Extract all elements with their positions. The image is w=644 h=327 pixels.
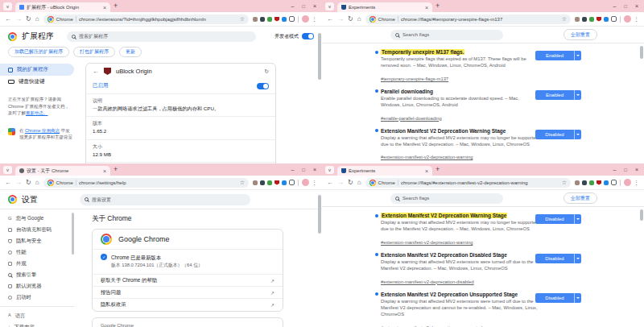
new-tab-button[interactable] [114,2,118,10]
sidebar-item-on-startup[interactable]: 启动时 [0,292,74,303]
pack-extension-button[interactable]: 打包扩展程序 [73,47,115,57]
bookmark-star-icon[interactable] [240,16,245,22]
close-icon[interactable] [635,3,638,9]
close-icon[interactable] [635,167,638,172]
profile-avatar[interactable] [302,15,309,23]
minimize-icon[interactable] [613,3,616,9]
reload-extension-icon[interactable] [264,68,269,75]
maximize-icon[interactable] [302,3,305,9]
reload-icon[interactable] [348,180,353,186]
ublock-shield-icon[interactable] [597,180,601,185]
extension-enabled-toggle[interactable] [257,83,269,89]
privacy-policy-row[interactable]: 隐私权政策 [93,299,283,311]
extension-icon-4[interactable] [282,180,287,185]
extension-icon-2[interactable] [582,180,587,185]
search-extensions-input[interactable] [79,34,251,39]
sidebar-item-privacy[interactable]: 隐私与安全 [0,235,74,246]
forward-icon[interactable] [15,180,22,186]
extension-icon-2[interactable] [260,17,265,22]
search-flags-input[interactable] [402,196,498,201]
search-flags-input[interactable] [402,32,498,37]
report-issue-row[interactable]: 报告问题 [93,287,283,299]
back-icon[interactable] [5,180,11,186]
extension-icon-4[interactable] [604,17,609,22]
extensions-puzzle-icon[interactable] [611,16,617,22]
flags-search[interactable] [390,30,503,40]
new-tab-button[interactable] [436,2,440,10]
bookmark-star-icon[interactable] [562,180,567,185]
scrollbar[interactable] [640,46,643,59]
search-settings-input[interactable] [92,197,246,202]
address-bar[interactable]: Chrome chrome://settings/help [43,178,249,188]
help-link-row[interactable]: 获取关于 Chrome 的帮助 [93,275,283,287]
browser-tab[interactable]: 扩展程序 - uBlock Origin [15,2,110,12]
maximize-icon[interactable] [302,167,305,172]
close-icon[interactable] [313,167,316,172]
tab-close-icon[interactable] [103,168,106,174]
browser-tab[interactable]: Experiments [337,2,432,12]
minimize-icon[interactable] [291,3,294,9]
new-tab-button[interactable] [114,166,118,173]
flag-state-dropdown[interactable]: Disabled [535,254,581,263]
flag-state-dropdown[interactable]: Disabled [535,130,581,139]
home-icon[interactable] [35,180,39,186]
sidebar-item-my-extensions[interactable]: 我的扩展程序 [0,64,74,76]
extension-icon-1[interactable] [575,17,580,22]
reload-icon[interactable] [26,180,31,186]
profile-avatar[interactable] [302,179,309,186]
extensions-puzzle-icon[interactable] [611,180,617,185]
extensions-puzzle-icon[interactable] [289,16,295,22]
web-store-link[interactable]: Chrome 应用商店 [25,128,60,133]
bookmark-star-icon[interactable] [240,180,245,185]
ublock-shield-icon[interactable] [275,180,279,185]
profile-avatar[interactable] [624,15,631,23]
home-icon[interactable] [357,16,361,23]
flags-search[interactable] [390,193,503,204]
extension-icon-3[interactable] [589,180,594,185]
maximize-icon[interactable] [624,3,627,9]
flag-anchor-link[interactable]: #enable-parallel-downloading [381,116,442,121]
menu-kebab-icon[interactable] [312,180,317,185]
extension-icon-3[interactable] [267,17,272,22]
flag-state-dropdown[interactable]: Enabled [535,90,581,100]
sidebar-item-appearance[interactable]: 外观 [0,258,74,269]
browser-tab[interactable]: 设置 - 关于 Chrome [15,166,110,176]
tab-strip-search-icon[interactable] [325,2,334,10]
sidebar-item-default-browser[interactable]: 默认浏览器 [0,280,74,292]
menu-kebab-icon[interactable] [634,16,639,22]
menu-kebab-icon[interactable] [634,180,639,185]
address-bar[interactable]: Chrome chrome://extensions/?id=ihmjihggi… [43,14,249,24]
settings-search[interactable] [80,194,250,205]
forward-icon[interactable] [337,180,344,186]
sidebar-item-languages[interactable]: 语言 [0,310,74,321]
back-icon[interactable] [327,180,333,186]
extension-icon-2[interactable] [582,17,587,22]
extension-icon-1[interactable] [253,17,258,22]
profile-avatar[interactable] [624,179,631,186]
extension-icon-3[interactable] [267,180,272,185]
menu-kebab-icon[interactable] [312,16,317,22]
sidebar-item-autofill[interactable]: 自动填充和密码 [0,224,74,235]
browser-tab[interactable]: Experiments [337,166,432,176]
reset-all-button[interactable]: 全部重置 [564,192,597,204]
reset-all-button[interactable]: 全部重置 [564,29,597,40]
extension-icon-3[interactable] [589,17,594,22]
back-arrow-icon[interactable] [93,68,99,75]
sidebar-item-performance[interactable]: 性能 [0,246,74,258]
ublock-shield-icon[interactable] [275,17,279,22]
minimize-icon[interactable] [613,167,616,172]
home-icon[interactable] [357,180,361,186]
home-icon[interactable] [35,16,39,23]
flag-anchor-link[interactable]: #extension-manifest-v2-deprecation-disab… [381,279,474,284]
address-bar[interactable]: Chrome chrome://flags/#extension-manifes… [365,178,571,188]
new-tab-button[interactable] [436,166,440,173]
extensions-puzzle-icon[interactable] [289,180,295,185]
forward-icon[interactable] [337,16,344,23]
extension-icon-1[interactable] [575,180,580,185]
minimize-icon[interactable] [291,167,294,172]
reload-icon[interactable] [348,16,353,23]
tab-strip-search-icon[interactable] [3,2,12,10]
sidebar-item-search-engine[interactable]: 搜索引擎 [0,269,74,280]
scrollbar[interactable] [318,33,321,80]
flag-state-dropdown[interactable]: Enabled [535,51,581,60]
